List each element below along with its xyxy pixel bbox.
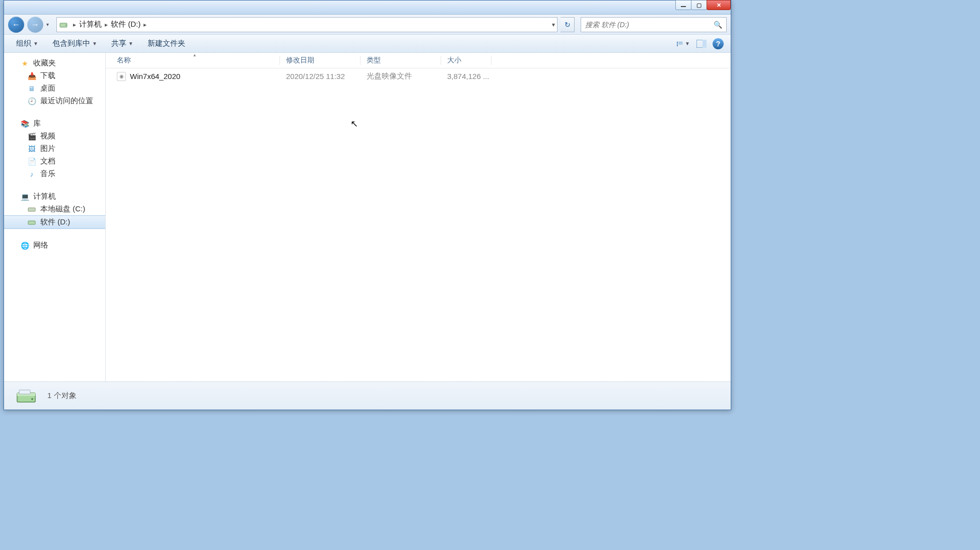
refresh-button[interactable]: ↻	[561, 17, 575, 32]
organize-button[interactable]: 组织▼	[11, 37, 43, 50]
address-bar[interactable]: ▸ 计算机 ▸ 软件 (D:) ▸ ▾	[56, 17, 557, 32]
disc-image-icon: ◉	[117, 72, 126, 81]
chevron-down-icon: ▼	[128, 41, 133, 46]
drive-icon	[59, 20, 68, 29]
file-list[interactable]: 名称 ▲ 修改日期 类型 大小 ◉ Win7x64_2020 2020/12/2…	[106, 53, 731, 381]
view-options-button[interactable]: ▼	[676, 38, 690, 50]
column-date[interactable]: 修改日期	[280, 56, 361, 65]
search-icon: 🔍	[714, 21, 722, 29]
search-box[interactable]: 🔍	[581, 17, 727, 32]
svg-rect-8	[703, 40, 707, 48]
library-icon: 📚	[20, 119, 29, 128]
sort-asc-icon: ▲	[193, 53, 197, 57]
include-in-library-button[interactable]: 包含到库中▼	[47, 37, 102, 50]
arrow-right-icon: →	[31, 20, 39, 29]
computer-icon: 💻	[20, 192, 29, 201]
svg-rect-14	[19, 390, 30, 394]
file-type: 光盘映像文件	[361, 71, 441, 81]
recent-icon: 🕘	[27, 97, 36, 106]
navigation-bar: ← → ▾ ▸ 计算机 ▸ 软件 (D:) ▸ ▾ ↻ 🔍	[4, 15, 731, 35]
maximize-button[interactable]: ▢	[691, 0, 707, 10]
svg-rect-2	[677, 41, 678, 42]
share-button[interactable]: 共享▼	[106, 37, 138, 50]
sidebar-item-desktop[interactable]: 🖥 桌面	[4, 82, 105, 95]
picture-icon: 🖼	[27, 144, 36, 153]
svg-rect-10	[28, 221, 35, 224]
svg-point-1	[65, 25, 66, 26]
sidebar-item-videos[interactable]: 🎬 视频	[4, 130, 105, 142]
svg-rect-6	[677, 45, 678, 46]
sidebar-item-downloads[interactable]: 📥 下载	[4, 69, 105, 82]
sidebar-item-pictures[interactable]: 🖼 图片	[4, 142, 105, 155]
breadcrumb-sep-icon: ▸	[144, 21, 147, 28]
sidebar-item-drive-d[interactable]: 软件 (D:)	[4, 215, 105, 229]
file-row[interactable]: ◉ Win7x64_2020 2020/12/25 11:32 光盘映像文件 3…	[106, 68, 731, 84]
navigation-pane: ★ 收藏夹 📥 下载 🖥 桌面 🕘 最近访问的位置 📚	[4, 53, 106, 381]
music-icon: ♪	[27, 170, 36, 179]
breadcrumb-sep-icon: ▸	[105, 21, 108, 28]
search-input[interactable]	[585, 21, 714, 29]
breadcrumb: ▸ 计算机 ▸ 软件 (D:) ▸	[70, 20, 150, 29]
cursor-icon: ↖	[351, 118, 358, 129]
sidebar-computer[interactable]: 💻 计算机	[4, 190, 105, 203]
video-icon: 🎬	[27, 132, 36, 141]
minimize-button[interactable]	[675, 0, 691, 10]
sidebar-favorites[interactable]: ★ 收藏夹	[4, 57, 105, 69]
history-dropdown[interactable]: ▾	[46, 22, 53, 27]
desktop-icon: 🖥	[27, 84, 36, 93]
sidebar-libraries[interactable]: 📚 库	[4, 117, 105, 130]
star-icon: ★	[20, 59, 29, 68]
document-icon: 📄	[27, 157, 36, 166]
preview-pane-button[interactable]	[694, 38, 709, 50]
breadcrumb-computer[interactable]: 计算机	[79, 20, 102, 29]
chevron-down-icon: ▼	[685, 41, 690, 46]
forward-button[interactable]: →	[27, 17, 43, 33]
svg-point-13	[31, 398, 33, 400]
chevron-down-icon: ▼	[33, 41, 38, 46]
download-icon: 📥	[27, 71, 36, 81]
file-date: 2020/12/25 11:32	[280, 72, 361, 81]
svg-rect-3	[678, 41, 682, 42]
svg-rect-9	[28, 208, 35, 211]
breadcrumb-sep-icon: ▸	[73, 21, 76, 28]
help-button[interactable]: ?	[713, 38, 724, 49]
column-name[interactable]: 名称 ▲	[106, 56, 280, 65]
network-icon: 🌐	[20, 241, 29, 250]
sidebar-item-drive-c[interactable]: 本地磁盘 (C:)	[4, 203, 105, 215]
close-button[interactable]: ✕	[707, 0, 731, 10]
file-name: Win7x64_2020	[130, 72, 180, 81]
column-type[interactable]: 类型	[361, 56, 441, 65]
explorer-window: ▢ ✕ ← → ▾ ▸ 计算机 ▸ 软件 (D:) ▸ ▾ ↻ 🔍 组织	[4, 0, 731, 410]
status-bar: 1 个对象	[4, 381, 731, 410]
new-folder-button[interactable]: 新建文件夹	[143, 37, 190, 50]
chevron-down-icon: ▼	[92, 41, 97, 46]
sidebar-item-music[interactable]: ♪ 音乐	[4, 168, 105, 180]
breadcrumb-drive[interactable]: 软件 (D:)	[111, 20, 141, 29]
sidebar-network[interactable]: 🌐 网络	[4, 239, 105, 252]
arrow-left-icon: ←	[12, 20, 20, 29]
drive-icon	[27, 218, 36, 227]
titlebar[interactable]: ▢ ✕	[4, 1, 731, 15]
status-text: 1 个对象	[47, 391, 77, 401]
column-headers: 名称 ▲ 修改日期 类型 大小	[106, 53, 731, 68]
drive-icon	[27, 205, 36, 214]
column-size[interactable]: 大小	[441, 56, 492, 65]
sidebar-item-documents[interactable]: 📄 文档	[4, 155, 105, 168]
sidebar-item-recent[interactable]: 🕘 最近访问的位置	[4, 95, 105, 107]
file-size: 3,874,126 ...	[441, 72, 492, 81]
address-dropdown-icon[interactable]: ▾	[552, 21, 555, 28]
svg-rect-4	[677, 43, 678, 44]
back-button[interactable]: ←	[8, 17, 24, 33]
svg-rect-5	[678, 43, 682, 44]
drive-large-icon	[14, 384, 38, 408]
toolbar: 组织▼ 包含到库中▼ 共享▼ 新建文件夹 ▼ ?	[4, 35, 731, 53]
